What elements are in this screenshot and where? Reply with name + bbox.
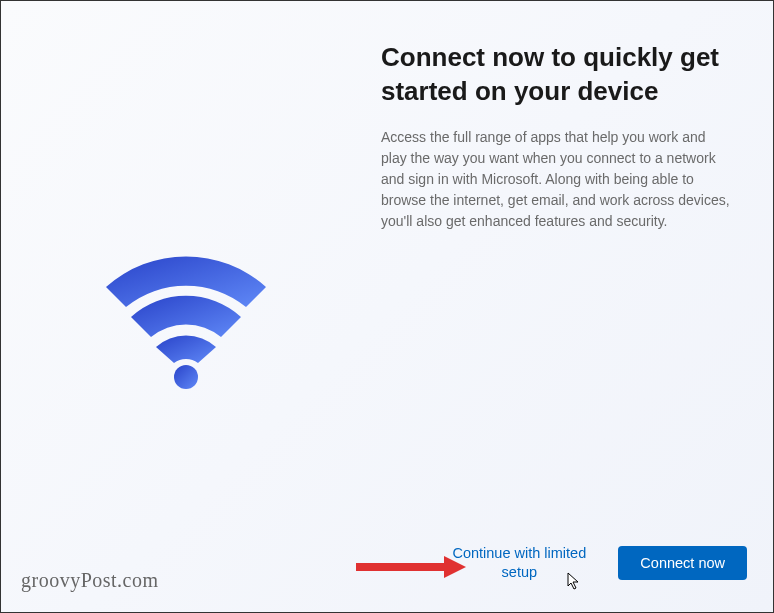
svg-point-0	[174, 365, 198, 389]
illustration-panel	[1, 1, 371, 612]
wifi-icon	[96, 252, 276, 392]
setup-screen: Connect now to quickly get started on yo…	[1, 1, 773, 612]
arrow-annotation-icon	[356, 554, 466, 580]
watermark-text: groovyPost.com	[21, 569, 159, 592]
svg-marker-2	[444, 556, 466, 578]
cursor-icon	[567, 572, 581, 590]
page-description: Access the full range of apps that help …	[381, 127, 743, 232]
action-bar: Continue with limited setup Connect now	[444, 540, 747, 586]
content-panel: Connect now to quickly get started on yo…	[371, 1, 773, 612]
connect-now-button[interactable]: Connect now	[618, 546, 747, 580]
page-title: Connect now to quickly get started on yo…	[381, 41, 743, 109]
